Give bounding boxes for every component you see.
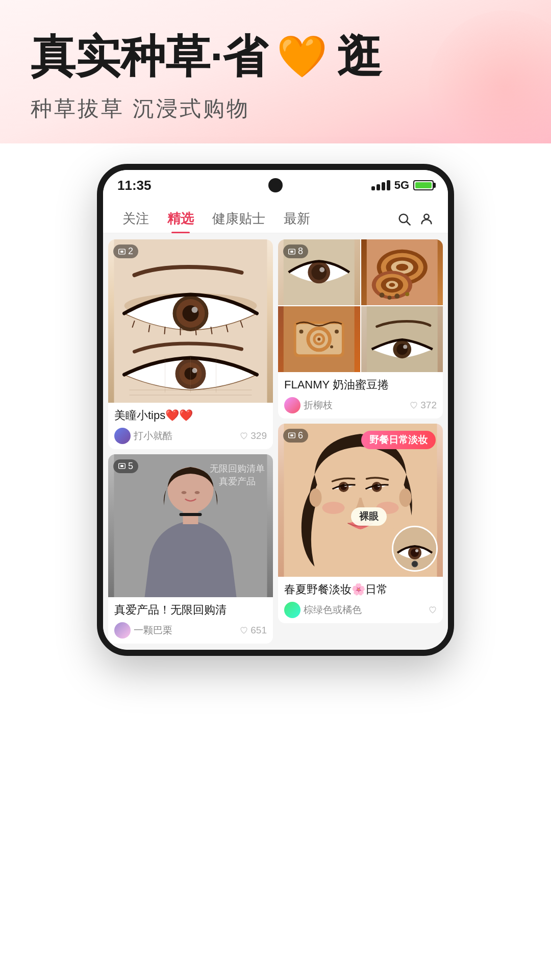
svg-point-31	[319, 267, 324, 273]
svg-point-66	[310, 488, 322, 507]
tab-latest[interactable]: 最新	[274, 205, 319, 233]
search-icon[interactable]	[393, 208, 415, 230]
tab-health[interactable]: 健康贴士	[203, 205, 274, 233]
nav-tabs: 关注 精选 健康贴士 最新	[103, 201, 448, 233]
hero-heart-emoji: 🧡	[277, 33, 328, 80]
author-name-eye-tips: 打小就酷	[134, 429, 172, 443]
phone-mockup-wrapper: 11:35 5G 关注 精选	[0, 164, 551, 666]
signal-icon	[371, 180, 390, 190]
svg-rect-27	[120, 465, 123, 467]
svg-point-12	[192, 368, 197, 373]
card-true-love-footer: 一颗巴栗 651	[114, 622, 267, 639]
svg-point-24	[182, 491, 187, 494]
svg-point-25	[195, 491, 200, 494]
phone-mockup: 11:35 5G 关注 精选	[97, 164, 454, 656]
card-flanmy-image: 8	[278, 239, 443, 372]
svg-point-30	[311, 265, 327, 280]
like-count-eye-tips: 329	[240, 430, 267, 442]
svg-point-57	[330, 346, 333, 349]
card-flanmy-author: 折柳枝	[284, 397, 333, 413]
img-count-badge-4: 6	[283, 429, 308, 443]
svg-point-55	[299, 330, 304, 334]
img-count-badge-1: 2	[113, 244, 138, 258]
hero-title-text1: 真实种草·省	[31, 31, 267, 82]
face-image-bg: 野餐日常淡妆	[278, 424, 443, 577]
svg-point-67	[399, 488, 412, 507]
battery-fill	[415, 182, 432, 188]
hero-title-text2: 逛	[337, 31, 382, 82]
like-count-spring-makeup	[429, 606, 437, 614]
svg-point-80	[412, 561, 418, 567]
like-count-flanmy: 372	[410, 400, 437, 411]
avatar-spring-makeup	[284, 602, 300, 618]
flanmy-grid	[278, 239, 443, 372]
product-overlay-text: 无限回购清单真爱产品	[210, 462, 265, 488]
svg-point-44	[387, 296, 391, 300]
card-eye-tips-author: 打小就酷	[114, 428, 172, 444]
hero-title: 真实种草·省 🧡 逛	[31, 31, 520, 82]
svg-rect-23	[180, 513, 202, 516]
card-true-love-title: 真爱产品！无限回购清	[114, 602, 267, 618]
card-true-love-image: 无限回购清单真爱产品 5	[108, 454, 273, 597]
like-count-true-love: 651	[240, 625, 267, 636]
svg-point-46	[405, 292, 409, 296]
card-spring-makeup-author: 棕绿色或橘色	[284, 602, 362, 618]
svg-point-2	[424, 214, 429, 218]
tag-badge-picnic: 野餐日常淡妆	[361, 431, 436, 449]
card-spring-makeup-body: 春夏野餐淡妆🌸日常 棕绿色或橘色	[278, 577, 443, 623]
card-eye-tips-body: 美瞳小tips❤️❤️ 打小就酷 329	[108, 403, 273, 449]
svg-rect-19	[120, 251, 123, 253]
card-flanmy-body: FLANMY 奶油蜜豆捲 折柳枝 372	[278, 372, 443, 419]
img-count-badge-3: 8	[283, 244, 308, 258]
author-name-spring-makeup: 棕绿色或橘色	[304, 603, 362, 617]
svg-point-61	[403, 345, 407, 349]
5g-label: 5G	[394, 179, 409, 192]
eye-inset-circle	[392, 526, 438, 572]
battery-icon	[413, 180, 434, 190]
card-true-love-author: 一颗巴栗	[114, 622, 172, 639]
grid-cell-food2	[278, 306, 360, 372]
card-true-love[interactable]: 无限回购清单真爱产品 5 真爱产品！无限回购清	[108, 454, 273, 644]
avatar-flanmy	[284, 397, 300, 413]
avatar-true-love	[114, 622, 131, 639]
content-grid: 2 美瞳小tips❤️❤️ 打小就酷 329	[103, 233, 448, 650]
status-bar: 11:35 5G	[103, 170, 448, 201]
right-column: 8 FLANMY 奶油蜜豆捲 折柳枝 372	[278, 239, 443, 644]
card-eye-tips[interactable]: 2 美瞳小tips❤️❤️ 打小就酷 329	[108, 239, 273, 449]
card-spring-makeup[interactable]: 野餐日常淡妆	[278, 424, 443, 623]
svg-line-1	[407, 222, 410, 225]
card-flanmy[interactable]: 8 FLANMY 奶油蜜豆捲 折柳枝 372	[278, 239, 443, 419]
card-spring-makeup-footer: 棕绿色或橘色	[284, 602, 437, 618]
card-eye-tips-footer: 打小就酷 329	[114, 428, 267, 444]
author-name-flanmy: 折柳枝	[304, 399, 333, 412]
svg-point-79	[415, 549, 418, 552]
svg-point-45	[394, 293, 399, 299]
status-time: 11:35	[117, 178, 152, 193]
svg-point-8	[192, 307, 198, 313]
svg-rect-63	[290, 251, 293, 253]
status-right: 5G	[371, 179, 434, 192]
svg-rect-82	[290, 434, 293, 436]
svg-point-43	[379, 292, 384, 298]
card-flanmy-title: FLANMY 奶油蜜豆捲	[284, 377, 437, 393]
profile-icon[interactable]	[415, 208, 438, 230]
grid-cell-eye2	[361, 306, 443, 372]
card-eye-tips-image: 2	[108, 239, 273, 403]
svg-point-54	[317, 338, 320, 341]
card-eye-tips-title: 美瞳小tips❤️❤️	[114, 408, 267, 424]
grid-cell-food1	[361, 239, 443, 305]
tag-badge-naked-eye: 裸眼	[351, 507, 387, 526]
avatar-eye-tips	[114, 428, 131, 444]
svg-point-42	[389, 283, 395, 287]
svg-point-56	[335, 330, 339, 334]
hero-section: 真实种草·省 🧡 逛 种草拔草 沉浸式购物	[0, 0, 551, 143]
svg-point-74	[322, 502, 345, 514]
hero-subtitle: 种草拔草 沉浸式购物	[31, 94, 520, 123]
author-name-true-love: 一颗巴栗	[134, 624, 172, 637]
eye-image-bg	[108, 239, 273, 403]
card-spring-makeup-image: 野餐日常淡妆	[278, 424, 443, 577]
left-column: 2 美瞳小tips❤️❤️ 打小就酷 329	[108, 239, 273, 644]
card-spring-makeup-title: 春夏野餐淡妆🌸日常	[284, 582, 437, 598]
tab-featured[interactable]: 精选	[158, 205, 203, 233]
tab-follow[interactable]: 关注	[113, 205, 158, 233]
